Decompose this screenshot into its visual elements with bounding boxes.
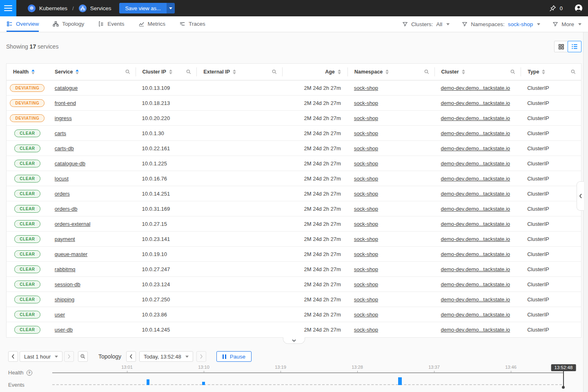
namespace-link[interactable]: sock-shop bbox=[354, 85, 378, 91]
breadcrumb-services[interactable]: Services bbox=[79, 4, 111, 12]
service-link[interactable]: locust bbox=[55, 176, 69, 182]
namespace-link[interactable]: sock-shop bbox=[354, 206, 378, 212]
service-link[interactable]: front-end bbox=[55, 100, 76, 106]
service-link[interactable]: rabbitmq bbox=[55, 266, 76, 272]
namespace-link[interactable]: sock-shop bbox=[354, 236, 378, 242]
tab-events[interactable]: Events bbox=[98, 16, 124, 32]
cluster-link[interactable]: demo-dev.demo...tackstate.io bbox=[441, 312, 510, 318]
tab-overview[interactable]: Overview bbox=[7, 16, 39, 32]
service-link[interactable]: user bbox=[55, 312, 65, 318]
grid-view-button[interactable] bbox=[554, 41, 568, 52]
health-timeline[interactable] bbox=[52, 372, 564, 373]
namespaces-filter[interactable]: Namespaces: sock-shop bbox=[462, 21, 540, 27]
table-row[interactable]: DEVIATING front-end 10.0.18.213 2M 24d 2… bbox=[7, 96, 581, 111]
namespace-link[interactable]: sock-shop bbox=[354, 176, 378, 182]
cluster-link[interactable]: demo-dev.demo...tackstate.io bbox=[441, 221, 510, 227]
table-row[interactable]: DEVIATING catalogue 10.0.13.109 2M 24d 2… bbox=[7, 80, 581, 96]
help-icon[interactable]: ? bbox=[27, 370, 32, 376]
search-icon[interactable] bbox=[272, 69, 277, 75]
service-link[interactable]: catalogue bbox=[55, 85, 78, 91]
namespace-link[interactable]: sock-shop bbox=[354, 145, 378, 151]
cluster-link[interactable]: demo-dev.demo...tackstate.io bbox=[441, 160, 510, 167]
cluster-link[interactable]: demo-dev.demo...tackstate.io bbox=[441, 100, 510, 106]
time-back-button[interactable] bbox=[126, 351, 136, 362]
table-row[interactable]: CLEAR locust 10.0.16.76 2M 24d 2h 27m so… bbox=[7, 171, 581, 186]
cluster-link[interactable]: demo-dev.demo...tackstate.io bbox=[441, 251, 510, 257]
hamburger-menu-button[interactable] bbox=[0, 0, 16, 16]
cluster-link[interactable]: demo-dev.demo...tackstate.io bbox=[441, 281, 510, 287]
namespace-link[interactable]: sock-shop bbox=[354, 296, 378, 303]
range-back-button[interactable] bbox=[8, 351, 18, 362]
service-link[interactable]: orders bbox=[55, 191, 70, 197]
time-range-select[interactable]: Last 1 hour bbox=[20, 351, 62, 362]
cluster-link[interactable]: demo-dev.demo...tackstate.io bbox=[441, 85, 510, 91]
user-avatar[interactable] bbox=[574, 4, 583, 13]
drawer-collapse-handle[interactable] bbox=[283, 337, 305, 344]
table-row[interactable]: DEVIATING ingress 10.0.20.220 2M 24d 2h … bbox=[7, 111, 581, 126]
namespace-link[interactable]: sock-shop bbox=[354, 221, 378, 227]
time-forward-button[interactable] bbox=[196, 351, 206, 362]
event-marker[interactable] bbox=[398, 377, 402, 385]
table-row[interactable]: CLEAR session-db 10.0.23.124 2M 24d 2h 2… bbox=[7, 277, 581, 292]
table-row[interactable]: CLEAR user-db 10.0.14.245 2M 24d 2h 27m … bbox=[7, 322, 581, 337]
namespace-link[interactable]: sock-shop bbox=[354, 266, 378, 272]
table-row[interactable]: CLEAR shipping 10.0.27.250 2M 24d 2h 27m… bbox=[7, 292, 581, 307]
tab-topology[interactable]: Topology bbox=[53, 16, 84, 32]
cluster-link[interactable]: demo-dev.demo...tackstate.io bbox=[441, 115, 510, 121]
column-header-external-ip[interactable]: External IP bbox=[196, 67, 282, 76]
namespace-link[interactable]: sock-shop bbox=[354, 160, 378, 167]
cluster-link[interactable]: demo-dev.demo...tackstate.io bbox=[441, 327, 510, 333]
namespace-link[interactable]: sock-shop bbox=[354, 327, 378, 333]
column-header-health[interactable]: Health bbox=[7, 67, 48, 76]
search-icon[interactable] bbox=[125, 69, 131, 75]
snapshot-time-select[interactable]: Today, 13:52:48 bbox=[139, 351, 193, 362]
namespace-link[interactable]: sock-shop bbox=[354, 251, 378, 257]
cluster-link[interactable]: demo-dev.demo...tackstate.io bbox=[441, 176, 510, 182]
namespace-link[interactable]: sock-shop bbox=[354, 100, 378, 106]
column-header-namespace[interactable]: Namespace bbox=[347, 67, 434, 76]
column-header-service[interactable]: Service bbox=[48, 67, 136, 76]
event-marker[interactable] bbox=[202, 382, 205, 385]
table-row[interactable]: CLEAR catalogue-db 10.0.1.225 2M 24d 2h … bbox=[7, 156, 581, 171]
service-link[interactable]: carts bbox=[55, 130, 66, 136]
range-forward-button[interactable] bbox=[64, 351, 74, 362]
namespace-link[interactable]: sock-shop bbox=[354, 312, 378, 318]
list-view-button[interactable] bbox=[568, 41, 581, 52]
table-row[interactable]: CLEAR queue-master 10.0.19.10 2M 24d 2h … bbox=[7, 247, 581, 262]
sort-icon[interactable] bbox=[338, 69, 341, 74]
cluster-link[interactable]: demo-dev.demo...tackstate.io bbox=[441, 191, 510, 197]
column-header-type[interactable]: Type bbox=[521, 67, 581, 76]
sort-icon[interactable] bbox=[462, 69, 465, 74]
sort-icon[interactable] bbox=[385, 69, 389, 74]
namespace-link[interactable]: sock-shop bbox=[354, 191, 378, 197]
search-icon[interactable] bbox=[570, 69, 576, 75]
sort-icon[interactable] bbox=[542, 69, 545, 74]
sort-icon[interactable] bbox=[233, 69, 236, 74]
sort-icon[interactable] bbox=[169, 69, 172, 74]
breadcrumb-kubernetes[interactable]: ☸ Kubernetes bbox=[28, 4, 67, 12]
service-link[interactable]: shipping bbox=[55, 296, 74, 303]
save-view-button[interactable]: Save view as... bbox=[119, 3, 166, 13]
clusters-filter[interactable]: Clusters: All bbox=[402, 21, 450, 27]
playhead[interactable] bbox=[563, 371, 564, 387]
sort-icon[interactable] bbox=[31, 69, 35, 74]
table-row[interactable]: CLEAR carts-db 10.0.22.161 2M 24d 2h 27m… bbox=[7, 141, 581, 156]
events-timeline[interactable] bbox=[52, 384, 562, 385]
table-row[interactable]: CLEAR orders-db 10.0.31.169 2M 24d 2h 27… bbox=[7, 201, 581, 216]
service-link[interactable]: orders-external bbox=[55, 221, 90, 227]
search-icon[interactable] bbox=[424, 69, 430, 75]
table-row[interactable]: CLEAR carts 10.0.1.30 2M 24d 2h 27m sock… bbox=[7, 126, 581, 141]
tab-metrics[interactable]: Metrics bbox=[138, 16, 166, 32]
service-link[interactable]: user-db bbox=[55, 327, 73, 333]
namespace-link[interactable]: sock-shop bbox=[354, 130, 378, 136]
table-row[interactable]: CLEAR orders-external 10.0.27.15 2M 24d … bbox=[7, 216, 581, 232]
cluster-link[interactable]: demo-dev.demo...tackstate.io bbox=[441, 145, 510, 151]
search-icon[interactable] bbox=[186, 69, 192, 75]
service-link[interactable]: queue-master bbox=[55, 251, 87, 257]
cluster-link[interactable]: demo-dev.demo...tackstate.io bbox=[441, 236, 510, 242]
column-header-cluster-ip[interactable]: Cluster IP bbox=[136, 67, 197, 76]
pinned-views-button[interactable]: 0 bbox=[549, 4, 563, 12]
cluster-link[interactable]: demo-dev.demo...tackstate.io bbox=[441, 130, 510, 136]
service-link[interactable]: catalogue-db bbox=[55, 160, 85, 167]
zoom-out-button[interactable] bbox=[78, 351, 88, 362]
